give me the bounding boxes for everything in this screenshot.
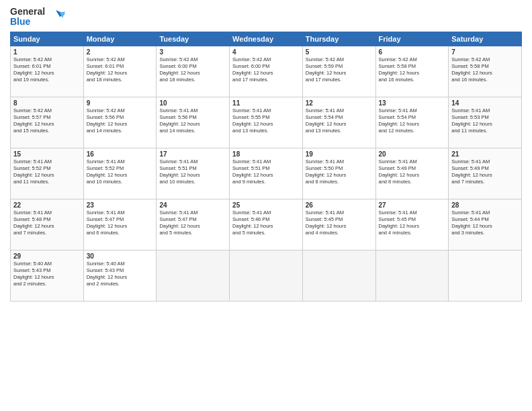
day-number: 3 [159, 48, 226, 56]
day-number: 4 [232, 48, 300, 56]
day-cell-2: 2Sunrise: 5:42 AM Sunset: 6:01 PM Daylig… [83, 46, 157, 97]
day-cell-20: 20Sunrise: 5:41 AM Sunset: 5:49 PM Dayli… [375, 148, 449, 199]
day-cell-19: 19Sunrise: 5:41 AM Sunset: 5:50 PM Dayli… [302, 148, 375, 199]
day-cell-17: 17Sunrise: 5:41 AM Sunset: 5:51 PM Dayli… [157, 148, 230, 199]
day-cell-32 [230, 250, 303, 301]
day-info: Sunrise: 5:42 AM Sunset: 5:58 PM Dayligh… [379, 56, 446, 84]
day-cell-5: 5Sunrise: 5:42 AM Sunset: 5:59 PM Daylig… [302, 46, 375, 97]
day-number: 15 [13, 150, 81, 158]
day-info: Sunrise: 5:41 AM Sunset: 5:49 PM Dayligh… [379, 158, 446, 186]
header-row: Sunday Monday Tuesday Wednesday Thursday… [11, 32, 522, 46]
day-cell-30: 30Sunrise: 5:40 AM Sunset: 5:43 PM Dayli… [83, 250, 157, 301]
day-number: 10 [159, 99, 226, 107]
logo: General Blue [10, 7, 65, 28]
day-cell-16: 16Sunrise: 5:41 AM Sunset: 5:52 PM Dayli… [83, 148, 157, 199]
day-cell-15: 15Sunrise: 5:41 AM Sunset: 5:52 PM Dayli… [11, 148, 84, 199]
day-cell-7: 7Sunrise: 5:42 AM Sunset: 5:58 PM Daylig… [449, 46, 522, 97]
calendar-body: 1Sunrise: 5:42 AM Sunset: 6:01 PM Daylig… [11, 46, 522, 301]
day-number: 18 [232, 150, 300, 158]
day-info: Sunrise: 5:41 AM Sunset: 5:53 PM Dayligh… [451, 107, 519, 135]
day-cell-8: 8Sunrise: 5:42 AM Sunset: 5:57 PM Daylig… [11, 97, 84, 148]
week-row-2: 8Sunrise: 5:42 AM Sunset: 5:57 PM Daylig… [11, 97, 522, 148]
week-row-5: 29Sunrise: 5:40 AM Sunset: 5:43 PM Dayli… [11, 250, 522, 301]
day-info: Sunrise: 5:42 AM Sunset: 5:58 PM Dayligh… [451, 56, 519, 84]
day-number: 12 [306, 99, 373, 107]
day-info: Sunrise: 5:41 AM Sunset: 5:47 PM Dayligh… [87, 210, 154, 237]
day-info: Sunrise: 5:41 AM Sunset: 5:54 PM Dayligh… [379, 107, 446, 135]
day-cell-22: 22Sunrise: 5:41 AM Sunset: 5:48 PM Dayli… [11, 199, 84, 250]
day-number: 14 [451, 99, 519, 107]
day-cell-25: 25Sunrise: 5:41 AM Sunset: 5:46 PM Dayli… [230, 199, 303, 250]
day-info: Sunrise: 5:42 AM Sunset: 6:01 PM Dayligh… [87, 56, 154, 84]
day-number: 13 [379, 99, 446, 107]
day-cell-11: 11Sunrise: 5:41 AM Sunset: 5:55 PM Dayli… [230, 97, 303, 148]
col-sunday: Sunday [11, 32, 84, 46]
day-number: 2 [87, 48, 154, 56]
day-cell-13: 13Sunrise: 5:41 AM Sunset: 5:54 PM Dayli… [375, 97, 449, 148]
day-info: Sunrise: 5:41 AM Sunset: 5:49 PM Dayligh… [451, 158, 519, 186]
day-info: Sunrise: 5:41 AM Sunset: 5:52 PM Dayligh… [13, 158, 81, 186]
day-number: 27 [379, 201, 446, 209]
day-number: 29 [13, 253, 81, 260]
day-cell-6: 6Sunrise: 5:42 AM Sunset: 5:58 PM Daylig… [375, 46, 449, 97]
day-info: Sunrise: 5:41 AM Sunset: 5:45 PM Dayligh… [379, 210, 446, 237]
day-cell-24: 24Sunrise: 5:41 AM Sunset: 5:47 PM Dayli… [157, 199, 230, 250]
day-cell-14: 14Sunrise: 5:41 AM Sunset: 5:53 PM Dayli… [449, 97, 522, 148]
day-info: Sunrise: 5:42 AM Sunset: 5:59 PM Dayligh… [306, 56, 373, 84]
day-number: 11 [232, 99, 300, 107]
day-cell-3: 3Sunrise: 5:42 AM Sunset: 6:00 PM Daylig… [157, 46, 230, 97]
day-info: Sunrise: 5:42 AM Sunset: 5:56 PM Dayligh… [87, 107, 154, 135]
day-cell-28: 28Sunrise: 5:41 AM Sunset: 5:44 PM Dayli… [449, 199, 522, 250]
col-saturday: Saturday [449, 32, 522, 46]
day-number: 20 [379, 150, 446, 158]
col-friday: Friday [375, 32, 449, 46]
day-info: Sunrise: 5:41 AM Sunset: 5:55 PM Dayligh… [232, 107, 300, 135]
logo-general: General [10, 7, 45, 17]
day-number: 30 [87, 253, 154, 260]
col-thursday: Thursday [302, 32, 375, 46]
day-cell-1: 1Sunrise: 5:42 AM Sunset: 6:01 PM Daylig… [11, 46, 84, 97]
header: General Blue [10, 7, 522, 28]
day-cell-27: 27Sunrise: 5:41 AM Sunset: 5:45 PM Dayli… [375, 199, 449, 250]
day-cell-35 [449, 250, 522, 301]
day-number: 28 [451, 201, 519, 209]
day-info: Sunrise: 5:42 AM Sunset: 5:57 PM Dayligh… [13, 107, 81, 135]
day-number: 25 [232, 201, 300, 209]
day-info: Sunrise: 5:41 AM Sunset: 5:51 PM Dayligh… [159, 158, 226, 186]
day-cell-10: 10Sunrise: 5:41 AM Sunset: 5:56 PM Dayli… [157, 97, 230, 148]
col-tuesday: Tuesday [157, 32, 230, 46]
day-cell-12: 12Sunrise: 5:41 AM Sunset: 5:54 PM Dayli… [302, 97, 375, 148]
day-number: 19 [306, 150, 373, 158]
day-info: Sunrise: 5:41 AM Sunset: 5:45 PM Dayligh… [306, 210, 373, 237]
day-number: 17 [159, 150, 226, 158]
logo-blue: Blue [10, 17, 45, 27]
day-number: 16 [87, 150, 154, 158]
day-info: Sunrise: 5:41 AM Sunset: 5:51 PM Dayligh… [232, 158, 300, 186]
day-number: 9 [87, 99, 154, 107]
day-info: Sunrise: 5:41 AM Sunset: 5:54 PM Dayligh… [306, 107, 373, 135]
day-number: 23 [87, 201, 154, 209]
day-number: 7 [451, 48, 519, 56]
day-cell-18: 18Sunrise: 5:41 AM Sunset: 5:51 PM Dayli… [230, 148, 303, 199]
day-cell-31 [157, 250, 230, 301]
week-row-1: 1Sunrise: 5:42 AM Sunset: 6:01 PM Daylig… [11, 46, 522, 97]
logo-bird-icon [46, 7, 65, 26]
col-monday: Monday [83, 32, 157, 46]
day-number: 24 [159, 201, 226, 209]
day-cell-23: 23Sunrise: 5:41 AM Sunset: 5:47 PM Dayli… [83, 199, 157, 250]
day-info: Sunrise: 5:42 AM Sunset: 6:00 PM Dayligh… [159, 56, 226, 84]
page: General Blue Sunday Monday Tuesday Wedne… [0, 0, 532, 411]
day-number: 21 [451, 150, 519, 158]
day-cell-9: 9Sunrise: 5:42 AM Sunset: 5:56 PM Daylig… [83, 97, 157, 148]
day-info: Sunrise: 5:41 AM Sunset: 5:48 PM Dayligh… [13, 210, 81, 237]
day-cell-26: 26Sunrise: 5:41 AM Sunset: 5:45 PM Dayli… [302, 199, 375, 250]
day-cell-4: 4Sunrise: 5:42 AM Sunset: 6:00 PM Daylig… [230, 46, 303, 97]
day-number: 22 [13, 201, 81, 209]
day-info: Sunrise: 5:40 AM Sunset: 5:43 PM Dayligh… [87, 261, 154, 288]
day-info: Sunrise: 5:41 AM Sunset: 5:52 PM Dayligh… [87, 158, 154, 186]
day-info: Sunrise: 5:41 AM Sunset: 5:44 PM Dayligh… [451, 210, 519, 237]
day-number: 1 [13, 48, 81, 56]
col-wednesday: Wednesday [230, 32, 303, 46]
day-info: Sunrise: 5:41 AM Sunset: 5:50 PM Dayligh… [306, 158, 373, 186]
day-number: 8 [13, 99, 81, 107]
